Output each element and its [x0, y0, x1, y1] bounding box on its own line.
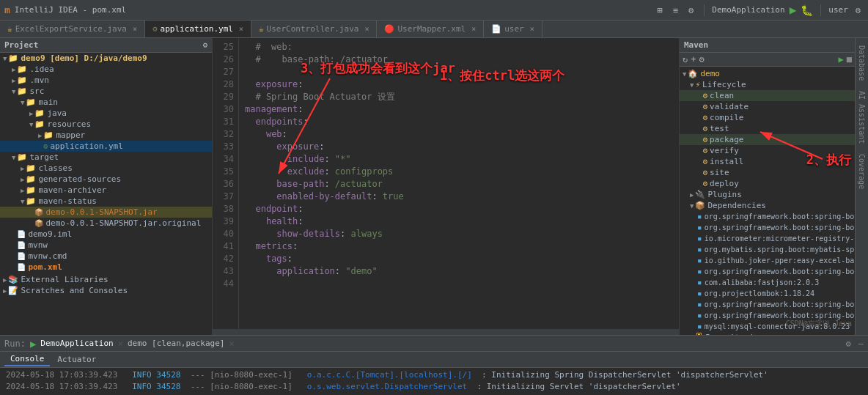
tab-user[interactable]: 📄 user ×	[484, 21, 542, 38]
pomxml-label: pom.xml	[28, 262, 62, 272]
tree-classes[interactable]: ▶ 📁 classes	[0, 163, 212, 174]
tree-root[interactable]: ▼ 📁 demo9 [demo] D:/java/demo9	[0, 53, 212, 64]
bottom-settings-icon[interactable]: ⚙	[846, 339, 851, 349]
tree-maven-status[interactable]: ▼ 📁 maven-status	[0, 196, 212, 207]
pomxml-icon: 📄	[17, 263, 26, 271]
sidebar-title: Project	[4, 40, 38, 50]
maven-dep-11[interactable]: ▪ mysql:mysql-connector-java:8.0.23	[680, 321, 855, 332]
tab-close[interactable]: ×	[530, 25, 534, 33]
tab-application-yml[interactable]: ⚙ application.yml ×	[145, 21, 251, 38]
log-line-2: 2024-05-18 17:03:39.423 INFO 34528 --- […	[6, 381, 862, 393]
tree-iml[interactable]: ▶ 📄 demo9.iml	[0, 229, 212, 240]
dep1-label: org.springframework.boot:spring-boot-sta…	[705, 213, 855, 221]
maven-dep-2[interactable]: ▪ org.springframework.boot:spring-boot-s…	[680, 222, 855, 233]
maven-dep-3[interactable]: ▪ io.micrometer:micrometer-registry-prom…	[680, 233, 855, 244]
maven-item-install[interactable]: ▶ ⚙ install	[680, 156, 855, 167]
maven-dep-1[interactable]: ▪ org.springframework.boot:spring-boot-s…	[680, 211, 855, 222]
maven-item-lifecycle[interactable]: ▼ ⚡ Lifecycle	[680, 79, 855, 90]
demo-project-icon: 🏠	[688, 69, 698, 78]
maven-item-site[interactable]: ▶ ⚙ site	[680, 167, 855, 178]
user-profile[interactable]: user	[828, 5, 848, 15]
log-link-1[interactable]: o.a.c.c.C.[Tomcat].[localhost].[/]	[307, 370, 472, 380]
tree-main[interactable]: ▼ 📁 main	[0, 97, 212, 108]
maven-stop-icon[interactable]: ■	[847, 54, 852, 64]
run-btn[interactable]: ▶	[790, 3, 797, 17]
ai-assistant-tab[interactable]: AI Assistant	[856, 86, 867, 148]
maven-dep-7[interactable]: ▪ com.alibaba:fastjson:2.0.3	[680, 277, 855, 288]
tree-jar-original[interactable]: ▶ 📦 demo-0.0.1-SNAPSHOT.jar.original	[0, 218, 212, 229]
settings-icon[interactable]: ⚙	[853, 4, 864, 17]
maven-add-icon[interactable]: +	[691, 54, 696, 64]
maven-item-deploy[interactable]: ▶ ⚙ deploy	[680, 178, 855, 189]
validate-icon: ⚙	[702, 102, 707, 111]
tree-jar[interactable]: ▶ 📦 demo-0.0.1-SNAPSHOT.jar	[0, 207, 212, 218]
maven-dep-10[interactable]: ▪ org.springframework.boot:spring-boot-s…	[680, 310, 855, 321]
debug-btn[interactable]: 🐛	[801, 4, 813, 16]
maven-item-test[interactable]: ▶ ⚙ test	[680, 123, 855, 134]
mvnw-icon: 📄	[17, 241, 26, 249]
tree-mvn[interactable]: ▶ 📁 .mvn	[0, 75, 212, 86]
coverage-tab[interactable]: Coverage	[856, 149, 867, 193]
maven-refresh-icon[interactable]: ↻	[683, 54, 688, 64]
jaro-icon: 📦	[34, 219, 43, 227]
tree-mvnw[interactable]: ▶ 📄 mvnw	[0, 240, 212, 251]
tab-excel-export[interactable]: ☕ ExcelExportService.java ×	[0, 21, 145, 38]
tree-appyml[interactable]: ▶ ⚙ application.yml	[0, 141, 212, 152]
tree-pomxml[interactable]: ▶ 📄 pom.xml	[0, 262, 212, 273]
sidebar-settings[interactable]: ⚙	[202, 40, 207, 50]
maven-item-validate[interactable]: ▶ ⚙ validate	[680, 101, 855, 112]
log-link-2[interactable]: o.s.web.servlet.DispatcherServlet	[307, 382, 468, 391]
tree-src[interactable]: ▼ 📁 src	[0, 86, 212, 97]
maven-item-package[interactable]: ▶ ⚙ package	[680, 134, 855, 145]
code-content[interactable]: # web: # base-path: /actuator exposure: …	[239, 38, 679, 329]
maven-dep-5[interactable]: ▪ io.github.joker-pper:easy-excel-base-s…	[680, 255, 855, 266]
play-icon[interactable]: ▶	[30, 338, 36, 350]
tab-close[interactable]: ×	[364, 25, 369, 33]
maven-dep-4[interactable]: ▪ org.mybatis.spring.boot:mybatis-spring…	[680, 244, 855, 255]
toolbar-btn-list[interactable]: ≡	[670, 4, 681, 17]
tree-generated[interactable]: ▶ 📁 generated-sources	[0, 174, 212, 185]
tree-target[interactable]: ▼ 📁 target	[0, 152, 212, 163]
app-run-label[interactable]: DemoApplication	[40, 339, 113, 348]
maven-item-clean[interactable]: ▶ ⚙ clean	[680, 90, 855, 101]
tree-resources[interactable]: ▼ 📁 resources	[0, 119, 212, 130]
database-tab[interactable]: Database	[856, 41, 867, 85]
maven-dep-6[interactable]: ▪ org.springframework.boot:spring-boot-d…	[680, 266, 855, 277]
tab-close[interactable]: ×	[133, 25, 137, 33]
tree-mvnw-cmd[interactable]: ▶ 📄 mvnw.cmd	[0, 251, 212, 262]
maven-run-icon[interactable]: ▶	[839, 54, 844, 64]
tab-close[interactable]: ×	[471, 25, 476, 33]
tab-close[interactable]: ×	[239, 25, 243, 33]
maven-item-compile[interactable]: ▶ ⚙ compile	[680, 112, 855, 123]
tab-user-controller[interactable]: ☕ UserController.java ×	[251, 21, 378, 38]
maven-item-demo[interactable]: ▼ 🏠 demo	[680, 68, 855, 79]
tree-external-libs[interactable]: ▶ 📚 External Libraries	[0, 274, 212, 285]
tree-mapper[interactable]: ▶ 📁 mapper	[0, 130, 212, 141]
appyml-icon: ⚙	[43, 142, 48, 150]
deps-arrow: ▼	[690, 202, 694, 210]
maven-item-verify[interactable]: ▶ ⚙ verify	[680, 145, 855, 156]
toolbar-btn-reformat[interactable]: ⊞	[655, 4, 666, 17]
actuator-tab[interactable]: Actuator	[51, 353, 102, 366]
code-line-34: include: "*"	[245, 153, 673, 166]
tab-user-mapper[interactable]: 🔴 UserMapper.xml ×	[377, 21, 484, 38]
tree-java[interactable]: ▶ 📁 java	[0, 108, 212, 119]
tree-idea[interactable]: ▶ 📁 .idea	[0, 64, 212, 75]
maven-item-repos[interactable]: ▶ 🗄 Repositories	[680, 332, 855, 335]
tree-archiver[interactable]: ▶ 📁 maven-archiver	[0, 185, 212, 196]
code-line-42: tags:	[245, 253, 673, 265]
demo-run-label[interactable]: demo [clean,package]	[128, 339, 224, 348]
maven-settings-icon[interactable]: ⚙	[699, 54, 704, 64]
maven-dep-8[interactable]: ▪ org.projectlombok:1.18.24	[680, 288, 855, 299]
maven-item-dependencies[interactable]: ▼ 📦 Dependencies	[680, 200, 855, 211]
console-tab[interactable]: Console	[4, 352, 50, 366]
toolbar-btn-settings[interactable]: ⚙	[685, 4, 696, 17]
toolbar-separator2	[820, 4, 821, 16]
iml-icon: 📄	[17, 230, 26, 238]
root-arrow: ▼	[3, 55, 7, 62]
bottom-expand-icon[interactable]: —	[858, 339, 864, 349]
tree-scratches[interactable]: ▶ 📝 Scratches and Consoles	[0, 285, 212, 296]
maven-item-plugins[interactable]: ▶ 🔌 Plugins	[680, 189, 855, 200]
horizontal-scrollbar[interactable]	[213, 329, 679, 335]
maven-dep-9[interactable]: ▪ org.springframework.boot:spring-boot-s…	[680, 299, 855, 310]
